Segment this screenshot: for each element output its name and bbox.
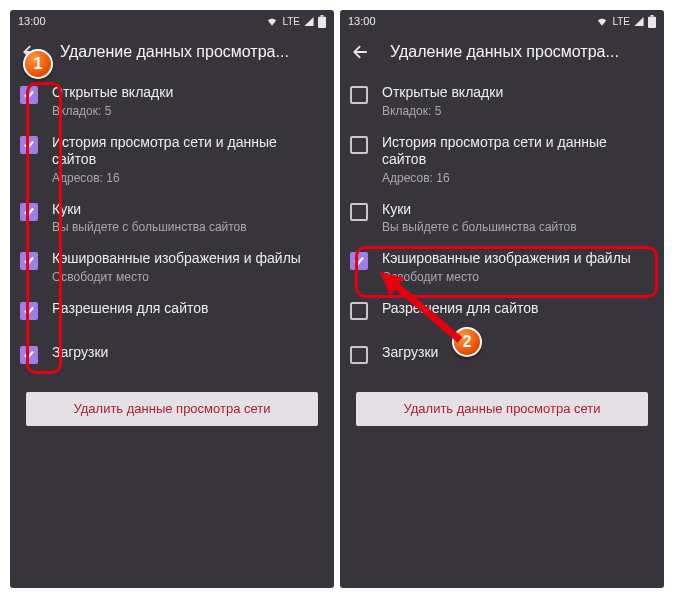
svg-rect-2: [648, 16, 656, 27]
item-label: Разрешения для сайтов: [382, 300, 652, 318]
settings-list: Открытые вкладкиВкладок: 5История просмо…: [10, 72, 334, 380]
status-time: 13:00: [348, 15, 376, 27]
item-label: Открытые вкладки: [382, 84, 652, 102]
page-title: Удаление данных просмотра...: [390, 43, 654, 61]
phone-right: 13:00 LTE Удаление данных просмотра... О…: [340, 10, 664, 588]
checkbox[interactable]: [20, 346, 38, 364]
item-sublabel: Освободит место: [382, 270, 652, 284]
checkbox[interactable]: [350, 302, 368, 320]
title-bar: Удаление данных просмотра...: [10, 32, 334, 72]
item-sublabel: Адресов: 16: [382, 171, 652, 185]
status-icons: LTE: [595, 15, 656, 28]
item-label: Разрешения для сайтов: [52, 300, 322, 318]
status-icons: LTE: [265, 15, 326, 28]
item-label: Куки: [382, 201, 652, 219]
checkbox[interactable]: [20, 203, 38, 221]
list-item[interactable]: Открытые вкладкиВкладок: 5: [340, 76, 664, 126]
list-item[interactable]: Разрешения для сайтов: [340, 292, 664, 336]
list-item[interactable]: Загрузки: [340, 336, 664, 380]
signal-icon: [633, 16, 645, 27]
item-sublabel: Вкладок: 5: [52, 104, 322, 118]
delete-data-button[interactable]: Удалить данные просмотра сети: [356, 392, 648, 426]
battery-icon: [318, 15, 326, 28]
item-label: Куки: [52, 201, 322, 219]
checkbox[interactable]: [20, 252, 38, 270]
title-bar: Удаление данных просмотра...: [340, 32, 664, 72]
checkbox[interactable]: [350, 346, 368, 364]
svg-rect-1: [320, 15, 323, 17]
arrow-left-icon: [21, 42, 41, 62]
item-sublabel: Вкладок: 5: [382, 104, 652, 118]
status-bar: 13:00 LTE: [10, 10, 334, 32]
checkbox[interactable]: [350, 136, 368, 154]
wifi-icon: [595, 16, 609, 27]
item-label: Кэшированные изображения и файлы: [52, 250, 322, 268]
list-item[interactable]: Кэшированные изображения и файлыОсвободи…: [340, 242, 664, 292]
svg-rect-3: [650, 15, 653, 17]
list-item[interactable]: Кэшированные изображения и файлыОсвободи…: [10, 242, 334, 292]
item-sublabel: Адресов: 16: [52, 171, 322, 185]
list-item[interactable]: История просмотра сети и данные сайтовАд…: [10, 126, 334, 193]
checkbox[interactable]: [20, 86, 38, 104]
status-time: 13:00: [18, 15, 46, 27]
item-label: Кэшированные изображения и файлы: [382, 250, 652, 268]
page-title: Удаление данных просмотра...: [60, 43, 324, 61]
list-item[interactable]: Разрешения для сайтов: [10, 292, 334, 336]
signal-icon: [303, 16, 315, 27]
item-sublabel: Вы выйдете с большинства сайтов: [382, 220, 652, 234]
network-label: LTE: [282, 16, 300, 27]
item-label: Загрузки: [382, 344, 652, 362]
item-sublabel: Освободит место: [52, 270, 322, 284]
phone-left: 13:00 LTE Удаление данных просмотра... О…: [10, 10, 334, 588]
wifi-icon: [265, 16, 279, 27]
checkbox[interactable]: [350, 203, 368, 221]
item-sublabel: Вы выйдете с большинства сайтов: [52, 220, 322, 234]
network-label: LTE: [612, 16, 630, 27]
item-label: История просмотра сети и данные сайтов: [382, 134, 652, 169]
checkbox[interactable]: [20, 136, 38, 154]
battery-icon: [648, 15, 656, 28]
delete-data-button[interactable]: Удалить данные просмотра сети: [26, 392, 318, 426]
list-item[interactable]: Открытые вкладкиВкладок: 5: [10, 76, 334, 126]
item-label: Загрузки: [52, 344, 322, 362]
list-item[interactable]: Загрузки: [10, 336, 334, 380]
list-item[interactable]: КукиВы выйдете с большинства сайтов: [10, 193, 334, 243]
back-button[interactable]: [350, 41, 372, 63]
svg-rect-0: [318, 16, 326, 27]
checkbox[interactable]: [350, 252, 368, 270]
back-button[interactable]: [20, 41, 42, 63]
settings-list: Открытые вкладкиВкладок: 5История просмо…: [340, 72, 664, 380]
list-item[interactable]: История просмотра сети и данные сайтовАд…: [340, 126, 664, 193]
checkbox[interactable]: [20, 302, 38, 320]
item-label: Открытые вкладки: [52, 84, 322, 102]
arrow-left-icon: [351, 42, 371, 62]
list-item[interactable]: КукиВы выйдете с большинства сайтов: [340, 193, 664, 243]
item-label: История просмотра сети и данные сайтов: [52, 134, 322, 169]
checkbox[interactable]: [350, 86, 368, 104]
status-bar: 13:00 LTE: [340, 10, 664, 32]
